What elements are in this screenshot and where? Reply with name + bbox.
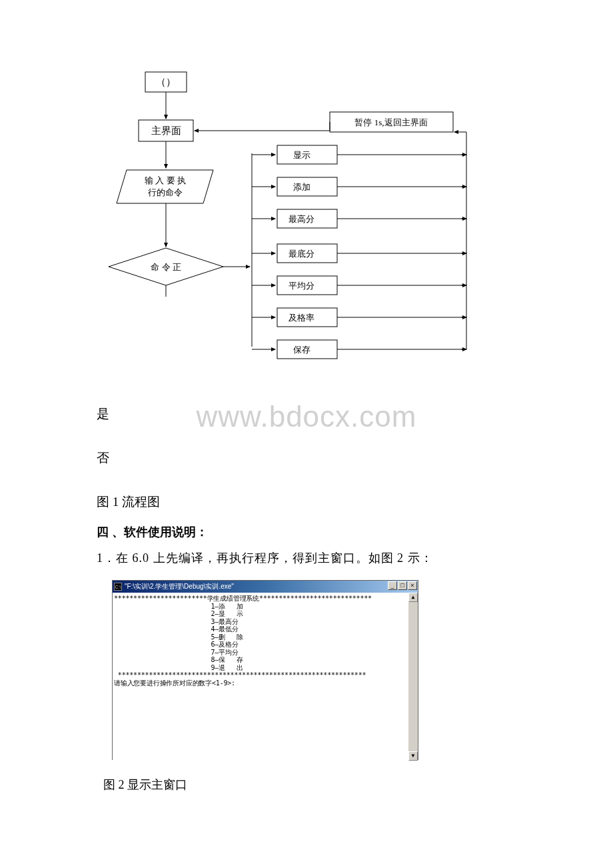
flow-start: （） [156,77,176,87]
console-window: C:\ "F:\实训\2.学生管理\Debug\实训.exe" _ □ × **… [112,580,418,760]
console-menu-8: 9—退 出 [114,664,416,672]
flow-action-4: 平均分 [289,281,314,291]
flow-action-0: 显示 [293,150,310,160]
console-menu-4: 5—删 除 [114,633,416,641]
scrollbar-vertical[interactable]: ▲ ▼ [408,593,418,761]
caption-figure-1: 图 1 流程图 [97,493,160,511]
flow-action-6: 保存 [293,345,310,355]
console-body: ************************学生成绩管理系统********… [113,593,418,761]
console-title: "F:\实训\2.学生管理\Debug\实训.exe" [125,582,234,591]
caption-figure-2: 图 2 显示主窗口 [103,777,187,793]
flow-action-3: 最底分 [289,249,314,259]
scroll-up-button[interactable]: ▲ [408,593,418,602]
maximize-button[interactable]: □ [398,581,407,590]
scroll-down-button[interactable]: ▼ [408,751,418,761]
flow-pause: 暂停 1s,返回主界面 [354,117,427,127]
console-menu-1: 2—显 示 [114,610,416,618]
minimize-button[interactable]: _ [388,581,397,590]
flow-action-2: 最高分 [289,214,314,224]
console-header: ************************学生成绩管理系统********… [114,595,416,603]
window-buttons: _ □ × [387,581,417,590]
scroll-track[interactable] [408,602,418,751]
flow-input-line1: 输 入 要 执 [145,175,186,185]
console-menu-6: 7—平均分 [114,649,416,657]
console-menu-0: 1—添 加 [114,603,416,611]
label-yes: 是 [97,405,109,423]
console-prompt: 请输入您要进行操作所对应的数字<1-9>: [114,679,416,687]
console-menu-5: 6—及格分 [114,641,416,649]
console-titlebar: C:\ "F:\实训\2.学生管理\Debug\实训.exe" _ □ × [113,581,418,593]
flow-input-line2: 行的命令 [148,187,183,197]
instruction-text: 1．在 6.0 上先编译，再执行程序，得到主窗口。如图 2 示： [97,550,433,566]
flow-action-5: 及格率 [289,313,314,323]
close-button[interactable]: × [408,581,417,590]
cmd-icon: C:\ [114,583,122,591]
watermark-text: www.bdocx.com [0,400,613,433]
flow-decision: 命 令 正 [151,262,181,272]
console-menu-2: 3—最高分 [114,618,416,626]
label-no: 否 [97,449,109,467]
flow-main-ui: 主界面 [151,125,181,136]
console-menu-7: 8—保 存 [114,656,416,664]
console-divider: ****************************************… [114,671,416,679]
console-menu-3: 4—最低分 [114,625,416,633]
flow-action-1: 添加 [293,182,310,192]
flowchart-diagram: （） 主界面 输 入 要 执 行的命令 命 令 正 暂停 1s,返回主界面 显示 [107,67,506,373]
section-heading: 四 、软件使用说明： [97,524,208,540]
